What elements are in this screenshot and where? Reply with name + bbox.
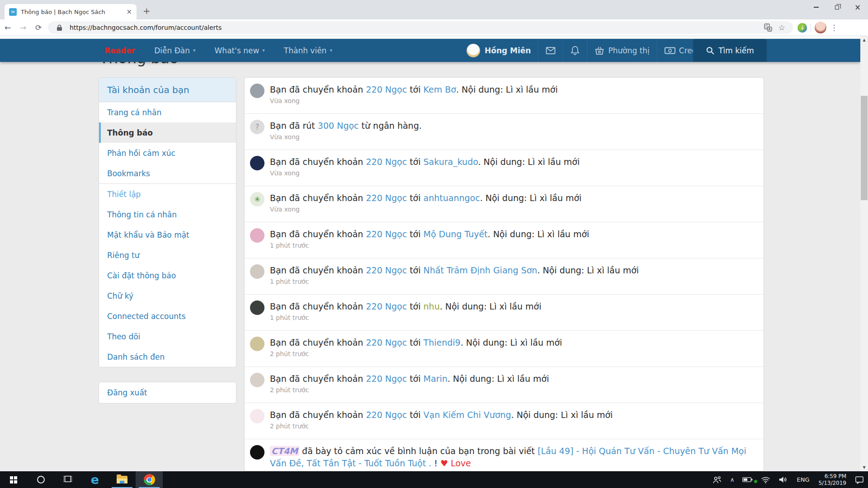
user-account-menu[interactable]: Hồng Miên: [459, 39, 538, 62]
browser-menu-icon[interactable]: ⋮: [826, 23, 842, 32]
styled-text[interactable]: nhu: [424, 301, 440, 311]
sidebar-item-thong-tin-ca-nhan[interactable]: Thông tin cá nhân: [99, 204, 236, 225]
sidebar-item-thiet-lap[interactable]: Thiết lập: [99, 184, 236, 204]
notification-row[interactable]: CT4M đã bày tỏ cảm xúc về bình luận của …: [245, 439, 764, 471]
inline-link[interactable]: Nhất Trảm Định Giang Sơn: [424, 265, 538, 275]
notification-row[interactable]: Bạn đã chuyển khoản 220 Ngọc tới Mộ Dung…: [245, 222, 764, 258]
notification-row[interactable]: Bạn đã chuyển khoản 220 Ngọc tới Thiendi…: [245, 331, 764, 367]
back-button[interactable]: ←: [0, 23, 15, 32]
sidebar-item-phan-hoi-cam-xuc[interactable]: Phản hồi cảm xúc: [99, 143, 236, 163]
cortana-button[interactable]: [27, 471, 54, 488]
inline-link[interactable]: Kem Bơ: [424, 84, 456, 94]
inline-link[interactable]: 220 Ngọc: [366, 193, 407, 203]
inline-link[interactable]: Vạn Kiếm Chi Vương: [424, 410, 511, 420]
people-icon[interactable]: [708, 476, 726, 484]
show-hidden-icons-button[interactable]: ∧: [726, 476, 739, 483]
avatar[interactable]: [250, 445, 264, 460]
sidebar-item-mat-khau-bao-mat[interactable]: Mật khẩu và Bảo mật: [99, 225, 236, 245]
browser-tab[interactable]: ≈ Thông báo | Bạch Ngọc Sách ×: [5, 4, 137, 19]
avatar[interactable]: [250, 300, 264, 315]
notification-row[interactable]: ✳Bạn đã chuyển khoản 220 Ngọc tới anhtua…: [245, 186, 764, 222]
nav-item-dien-dan[interactable]: Diễn Đàn▾: [145, 39, 205, 62]
inline-link[interactable]: 300 Ngọc: [318, 121, 359, 131]
alerts-button[interactable]: [563, 39, 587, 62]
wifi-icon[interactable]: [757, 476, 774, 483]
sidebar-item-rieng-tu[interactable]: Riêng tư: [99, 245, 236, 265]
inline-link[interactable]: 220 Ngọc: [366, 410, 407, 420]
styled-text[interactable]: CT4M: [270, 446, 299, 456]
inline-link[interactable]: 220 Ngọc: [366, 374, 407, 384]
avatar[interactable]: [250, 228, 264, 243]
avatar[interactable]: [250, 373, 264, 387]
notification-row[interactable]: Bạn đã chuyển khoản 220 Ngọc tới Nhất Tr…: [245, 258, 764, 295]
sidebar-item-bookmarks[interactable]: Bookmarks: [99, 163, 236, 183]
avatar[interactable]: [250, 337, 264, 351]
translate-icon[interactable]: G: [761, 23, 775, 32]
window-minimize-button[interactable]: [806, 0, 826, 14]
inline-link[interactable]: Sakura_kudo: [424, 157, 478, 167]
scrollbar-up-arrow[interactable]: ▲: [860, 36, 868, 44]
notification-row[interactable]: Bạn đã chuyển khoản 220 Ngọc tới Kem Bơ.…: [245, 78, 764, 114]
sidebar-item-trang-ca-nhan[interactable]: Trang cá nhân: [99, 102, 236, 122]
nav-item-whats-new[interactable]: What's new▾: [205, 39, 274, 62]
inline-link[interactable]: Mộ Dung Tuyết: [424, 229, 488, 239]
message-text: tới: [407, 193, 423, 203]
scrollbar-down-arrow[interactable]: ▼: [860, 464, 868, 471]
idm-extension-icon[interactable]: ↓: [797, 23, 807, 33]
notification-message: Bạn đã chuyển khoản 220 Ngọc tới Marin. …: [270, 373, 755, 385]
notification-row[interactable]: Bạn đã chuyển khoản 220 Ngọc tới Marin. …: [245, 367, 764, 403]
window-restore-button[interactable]: [826, 0, 847, 14]
inline-link[interactable]: 220 Ngọc: [366, 338, 407, 347]
inline-link[interactable]: 220 Ngọc: [366, 157, 407, 167]
language-indicator[interactable]: ENG: [792, 476, 814, 483]
new-tab-button[interactable]: +: [143, 5, 151, 16]
action-center-button[interactable]: [851, 476, 868, 484]
avatar[interactable]: ?: [250, 120, 264, 134]
sidebar-item-danh-sach-den[interactable]: Danh sách đen: [99, 347, 236, 367]
notification-row[interactable]: Bạn đã chuyển khoản 220 Ngọc tới nhu. Nộ…: [245, 295, 764, 331]
bookmark-star-icon[interactable]: ☆: [775, 23, 788, 32]
avatar[interactable]: [250, 264, 264, 279]
forward-button[interactable]: →: [15, 23, 31, 32]
page-scrollbar[interactable]: ▲ ▼: [860, 36, 868, 471]
sidebar-item-theo-doi[interactable]: Theo dõi: [99, 326, 236, 347]
taskbar-explorer-button[interactable]: [108, 471, 136, 488]
address-bar[interactable]: https://bachngocsach.com/forum/account/a…: [48, 21, 793, 34]
avatar[interactable]: [250, 156, 264, 170]
tab-close-icon[interactable]: ×: [126, 8, 132, 16]
taskbar-chrome-button[interactable]: [136, 471, 163, 488]
start-button[interactable]: [0, 471, 27, 488]
taskbar-edge-button[interactable]: e: [81, 471, 108, 488]
search-button[interactable]: Tìm kiếm: [693, 39, 767, 62]
inline-link[interactable]: anhtuanngoc: [424, 193, 480, 203]
battery-icon[interactable]: [738, 477, 757, 483]
volume-icon[interactable]: [774, 476, 792, 483]
sidebar-item-chu-ky[interactable]: Chữ ký: [99, 286, 236, 306]
inline-link[interactable]: 220 Ngọc: [366, 229, 407, 239]
task-view-button[interactable]: [54, 471, 81, 488]
window-close-button[interactable]: ×: [847, 0, 868, 14]
notification-row[interactable]: ?Bạn đã rút 300 Ngọc từ ngân hàng.Vừa xo…: [245, 114, 764, 150]
messages-button[interactable]: [538, 39, 563, 62]
refresh-button[interactable]: ⟳: [31, 23, 46, 32]
notification-row[interactable]: Bạn đã chuyển khoản 220 Ngọc tới Vạn Kiế…: [245, 403, 764, 439]
notification-row[interactable]: Bạn đã chuyển khoản 220 Ngọc tới Sakura_…: [245, 150, 764, 186]
inline-link[interactable]: Marin: [424, 374, 448, 384]
sidebar-item-cai-dat-thong-bao[interactable]: Cài đặt thông báo: [99, 265, 236, 286]
market-button[interactable]: Phường thị: [587, 39, 656, 62]
browser-profile-avatar[interactable]: [815, 22, 826, 33]
sidebar-item-logout[interactable]: Đăng xuất: [99, 382, 236, 404]
scrollbar-thumb[interactable]: [861, 96, 868, 200]
nav-item-reader[interactable]: Reader: [95, 39, 145, 62]
avatar[interactable]: [250, 84, 264, 98]
taskbar-clock[interactable]: 6:59 PM 5/13/2019: [814, 473, 851, 487]
inline-link[interactable]: 220 Ngọc: [366, 265, 407, 275]
inline-link[interactable]: Thiendi9: [424, 338, 461, 347]
avatar[interactable]: ✳: [250, 192, 264, 206]
inline-link[interactable]: 220 Ngọc: [366, 301, 407, 311]
inline-link[interactable]: 220 Ngọc: [366, 84, 407, 94]
sidebar-item-thong-bao[interactable]: Thông báo: [99, 122, 236, 143]
avatar[interactable]: [250, 409, 264, 423]
sidebar-item-connected-accounts[interactable]: Connected accounts: [99, 306, 236, 326]
nav-item-thanh-vien[interactable]: Thành viên▾: [274, 39, 342, 62]
